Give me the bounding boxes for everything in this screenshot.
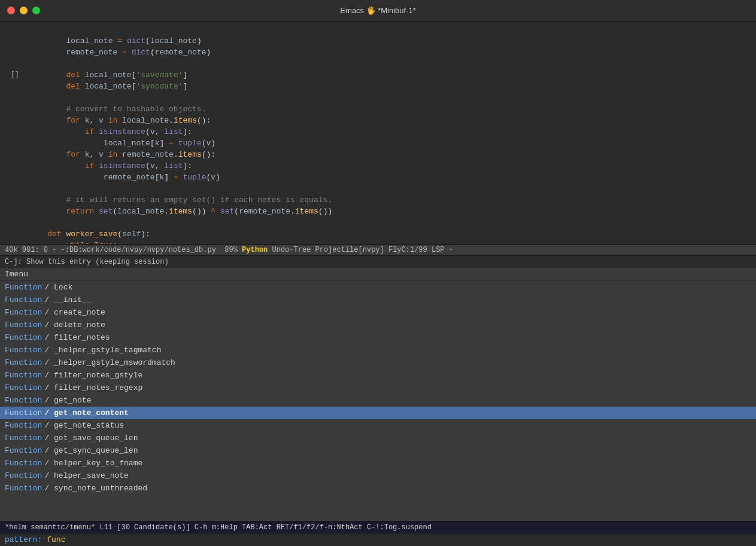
window-title: Emacs 🖐 *Minibuf-1* bbox=[340, 6, 416, 15]
function-name-label: / get_note_status bbox=[44, 419, 124, 432]
imenu-item[interactable]: Function / helper_key_to_fname bbox=[0, 457, 756, 469]
gutter-line bbox=[5, 58, 19, 69]
imenu-item[interactable]: Function / create_note bbox=[0, 306, 756, 319]
imenu-item[interactable]: Function / __init__ bbox=[0, 294, 756, 306]
imenu-list[interactable]: Function / LockFunction / __init__Functi… bbox=[0, 281, 756, 521]
helm-status-bar: *helm semantic/imenu* L11 [30 Candidate(… bbox=[0, 521, 756, 533]
function-type-label: Function bbox=[5, 319, 42, 331]
imenu-item[interactable]: Function / _helper_gstyle_mswordmatch bbox=[0, 356, 756, 369]
function-type-label: Function bbox=[5, 382, 42, 394]
function-type-label: Function bbox=[5, 369, 42, 382]
function-name-label: / filter_notes_regexp bbox=[44, 382, 142, 394]
python-mode: Python bbox=[242, 244, 268, 256]
hint-text: C-j: Show this entry (keeping session) bbox=[5, 258, 169, 266]
function-name-label: / _helper_gstyle_mswordmatch bbox=[44, 356, 175, 369]
pattern-label: pattern: bbox=[5, 535, 42, 544]
function-name-label: / filter_notes bbox=[44, 331, 110, 344]
function-type-label: Function bbox=[5, 331, 42, 344]
gutter-line bbox=[5, 126, 19, 138]
code-area: [] local_note = dict(local_note) r bbox=[0, 22, 756, 244]
code-line: remote_note[k] = tuple(v) bbox=[24, 172, 756, 183]
imenu-item[interactable]: Function / delete_note bbox=[0, 319, 756, 331]
gutter-line bbox=[5, 24, 19, 35]
function-type-label: Function bbox=[5, 469, 42, 482]
function-type-label: Function bbox=[5, 407, 42, 419]
code-line: remote_note = dict(remote_note) bbox=[24, 47, 756, 58]
pattern-bar[interactable]: pattern: func bbox=[0, 533, 756, 546]
code-line: def worker_save(self): bbox=[24, 228, 756, 240]
code-line: local_note = dict(local_note) bbox=[24, 35, 756, 47]
gutter-line bbox=[5, 92, 19, 103]
code-line bbox=[24, 183, 756, 194]
code-line: if isinstance(v, list): bbox=[24, 126, 756, 138]
gutter-line bbox=[5, 240, 19, 244]
gutter-line bbox=[5, 217, 19, 228]
status-left: 40k 901: 0 - -:DB:work/code/nvpy/nvpy/no… bbox=[5, 244, 216, 256]
maximize-button[interactable] bbox=[32, 7, 40, 14]
gutter-line bbox=[5, 103, 19, 115]
imenu-item[interactable]: Function / filter_notes_regexp bbox=[0, 382, 756, 394]
function-name-label: / helper_save_note bbox=[44, 469, 128, 482]
function-name-label: / get_note_content bbox=[44, 407, 128, 419]
function-name-label: / sync_note_unthreaded bbox=[44, 482, 147, 495]
imenu-item[interactable]: Function / helper_save_note bbox=[0, 469, 756, 482]
function-type-label: Function bbox=[5, 419, 42, 432]
imenu-item[interactable]: Function / get_note_status bbox=[0, 419, 756, 432]
code-line: for k, v in local_note.items(): bbox=[24, 115, 756, 126]
function-name-label: / get_sync_queue_len bbox=[44, 444, 138, 457]
imenu-item[interactable]: Function / get_save_queue_len bbox=[0, 432, 756, 444]
code-line: if isinstance(v, list): bbox=[24, 160, 756, 172]
function-type-label: Function bbox=[5, 356, 42, 369]
function-type-label: Function bbox=[5, 444, 42, 457]
function-type-label: Function bbox=[5, 457, 42, 469]
function-type-label: Function bbox=[5, 306, 42, 319]
hint-bar: C-j: Show this entry (keeping session) bbox=[0, 256, 756, 268]
minimize-button[interactable] bbox=[20, 7, 28, 14]
code-line bbox=[24, 24, 756, 35]
imenu-item[interactable]: Function / Lock bbox=[0, 281, 756, 294]
gutter-line bbox=[5, 149, 19, 160]
imenu-item[interactable]: Function / filter_notes bbox=[0, 331, 756, 344]
imenu-item[interactable]: Function / get_note bbox=[0, 394, 756, 407]
gutter-line bbox=[5, 160, 19, 172]
status-bar: 40k 901: 0 - -:DB:work/code/nvpy/nvpy/no… bbox=[0, 244, 756, 256]
function-type-label: Function bbox=[5, 482, 42, 495]
function-name-label: / delete_note bbox=[44, 319, 105, 331]
imenu-item[interactable]: Function / get_note_content bbox=[0, 407, 756, 419]
imenu-item[interactable]: Function / filter_notes_gstyle bbox=[0, 369, 756, 382]
gutter-line bbox=[5, 194, 19, 206]
gutter-line bbox=[5, 183, 19, 194]
code-line: # it will returns an empty set() if each… bbox=[24, 194, 756, 206]
gutter-line bbox=[5, 81, 19, 92]
titlebar: Emacs 🖐 *Minibuf-1* bbox=[0, 0, 756, 22]
imenu-item[interactable]: Function / get_sync_queue_len bbox=[0, 444, 756, 457]
code-line: del local_note['syncdate'] bbox=[24, 81, 756, 92]
pattern-value: func bbox=[47, 535, 65, 544]
imenu-item[interactable]: Function / sync_note_unthreaded bbox=[0, 482, 756, 495]
code-line bbox=[24, 217, 756, 228]
imenu-panel: Imenu Function / LockFunction / __init__… bbox=[0, 268, 756, 546]
status-rest: Undo-Tree Projectile[nvpy] FlyC:1/99 LSP… bbox=[272, 244, 453, 256]
function-name-label: / helper_key_to_fname bbox=[44, 457, 142, 469]
gutter-line bbox=[5, 115, 19, 126]
function-type-label: Function bbox=[5, 344, 42, 356]
status-percent: 89% bbox=[224, 244, 238, 256]
gutter-line bbox=[5, 206, 19, 217]
function-name-label: / create_note bbox=[44, 306, 105, 319]
gutter-line bbox=[5, 172, 19, 183]
code-line: while True: bbox=[24, 240, 756, 244]
function-name-label: / get_note bbox=[44, 394, 91, 407]
imenu-item[interactable]: Function / _helper_gstyle_tagmatch bbox=[0, 344, 756, 356]
code-line bbox=[24, 58, 756, 69]
code-line: del local_note['savedate'] bbox=[24, 69, 756, 81]
function-name-label: / filter_notes_gstyle bbox=[44, 369, 142, 382]
imenu-header: Imenu bbox=[0, 268, 756, 281]
window-controls bbox=[7, 7, 40, 14]
function-type-label: Function bbox=[5, 294, 42, 306]
gutter-line bbox=[5, 47, 19, 58]
function-name-label: / Lock bbox=[44, 281, 72, 294]
close-button[interactable] bbox=[7, 7, 15, 14]
code-content[interactable]: local_note = dict(local_note) remote_not… bbox=[24, 22, 756, 244]
function-type-label: Function bbox=[5, 281, 42, 294]
line-gutter: [] bbox=[0, 22, 24, 244]
